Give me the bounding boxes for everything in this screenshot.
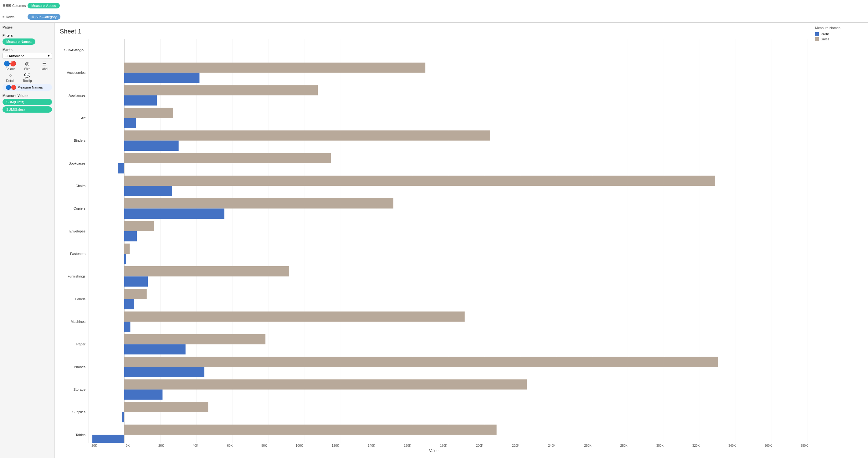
detail-icon: ⁘ — [8, 73, 12, 78]
x-tick: 60K — [227, 444, 232, 447]
sum-sales-pill[interactable]: SUM(Sales) — [2, 106, 52, 112]
x-tick: 100K — [296, 444, 303, 447]
filters-pill[interactable]: Measure Names — [2, 38, 35, 45]
x-tick: 340K — [728, 444, 736, 447]
y-axis-label: Paper — [60, 333, 86, 355]
chart-svg — [88, 39, 808, 443]
bar-profit — [124, 209, 224, 219]
y-axis-label: Storage — [60, 378, 86, 401]
bar-profit — [124, 276, 148, 287]
y-header: Sub-Catego.. — [60, 39, 86, 61]
y-axis-label: Fasteners — [60, 242, 86, 265]
marks-label[interactable]: ☰ Label — [37, 61, 52, 71]
bar-sales — [124, 153, 331, 163]
main-layout: Pages Filters Measure Names Marks ⊞ Auto… — [0, 23, 868, 458]
bar-sales — [124, 221, 154, 231]
filters-label: Filters — [2, 33, 52, 37]
marks-measure-names-pill[interactable]: 🔵🔴 Measure Names — [2, 84, 52, 91]
bar-profit — [124, 118, 136, 128]
bar-sales — [124, 63, 425, 73]
x-axis-row: -20K0K20K40K60K80K100K120K140K160K180K20… — [60, 444, 808, 447]
marks-size[interactable]: ◎ Size — [20, 61, 35, 71]
bar-profit — [124, 254, 126, 264]
legend-items: ProfitSales — [815, 32, 865, 41]
x-tick: 40K — [193, 444, 198, 447]
bar-sales — [124, 244, 130, 254]
legend-label: Sales — [821, 37, 830, 41]
bar-sales — [124, 312, 465, 322]
sheet-title: Sheet 1 — [60, 28, 808, 35]
label-icon: ☰ — [42, 61, 46, 67]
bar-profit — [124, 95, 157, 106]
y-axis-label: Labels — [60, 288, 86, 310]
y-axis-label: Appliances — [60, 84, 86, 107]
y-axis-labels: Sub-Catego.. AccessoriesAppliancesArtBin… — [60, 39, 88, 443]
measure-values-section: Measure Values SUM(Profit) SUM(Sales) — [2, 94, 52, 114]
x-axis-label: Value — [60, 449, 808, 453]
right-panel: Measure Names ProfitSales — [812, 23, 868, 458]
x-tick: 180K — [440, 444, 447, 447]
chart-container: Sub-Catego.. AccessoriesAppliancesArtBin… — [60, 39, 808, 453]
x-tick: 200K — [476, 444, 483, 447]
legend-label: Profit — [821, 32, 829, 36]
bars-area — [88, 39, 808, 443]
chart-area: Sheet 1 Sub-Catego.. AccessoriesApplianc… — [55, 23, 812, 458]
x-axis: -20K0K20K40K60K80K100K120K140K160K180K20… — [90, 444, 808, 447]
x-tick: 120K — [332, 444, 339, 447]
rows-pill[interactable]: ⊞ Sub-Category — [28, 14, 60, 20]
pages-label: Pages — [2, 25, 52, 29]
bar-profit — [118, 163, 124, 174]
bar-sales — [124, 85, 318, 95]
rows-shelf: ≡ Rows ⊞ Sub-Category — [0, 11, 868, 23]
marks-type-dropdown[interactable]: ⊞ Automatic ▾ — [2, 53, 52, 59]
x-tick: 20K — [158, 444, 164, 447]
y-axis-label: Tables — [60, 424, 86, 443]
x-tick: 260K — [584, 444, 591, 447]
colour-icon: 🔵🔴 — [4, 61, 16, 67]
columns-icon: ⊞⊞⊞ — [2, 3, 11, 7]
bar-sales — [124, 176, 715, 186]
bar-sales — [124, 266, 289, 276]
x-tick: 380K — [800, 444, 808, 447]
marks-section: Marks ⊞ Automatic ▾ 🔵🔴 Colour ◎ Size ☰ L… — [2, 48, 52, 91]
measure-values-label: Measure Values — [2, 94, 52, 98]
bar-profit — [92, 435, 124, 443]
y-axis-label: Art — [60, 107, 86, 129]
bar-sales — [124, 130, 490, 141]
rows-label: ≡ Rows — [2, 15, 28, 19]
y-axis-label: Binders — [60, 129, 86, 152]
legend-title: Measure Names — [815, 26, 865, 30]
sum-profit-pill[interactable]: SUM(Profit) — [2, 99, 52, 105]
rows-pill-icon: ⊞ — [31, 15, 34, 19]
legend-swatch — [815, 37, 819, 41]
legend-swatch — [815, 32, 819, 36]
bar-profit — [124, 186, 172, 196]
x-tick: 80K — [261, 444, 267, 447]
x-tick: -20K — [90, 444, 97, 447]
bar-sales — [124, 380, 527, 390]
marks-tooltip[interactable]: 💬 Tooltip — [20, 73, 35, 83]
x-tick: 280K — [620, 444, 627, 447]
y-axis-label: Furnishings — [60, 265, 86, 288]
bar-sales — [124, 402, 208, 412]
tooltip-icon: 💬 — [24, 73, 30, 78]
x-tick: 140K — [368, 444, 375, 447]
legend-item: Profit — [815, 32, 865, 36]
columns-pill[interactable]: Measure Values — [28, 3, 60, 8]
y-axis-label: Supplies — [60, 401, 86, 423]
bar-sales — [124, 289, 147, 299]
x-tick: 320K — [692, 444, 700, 447]
x-tick: 220K — [512, 444, 519, 447]
marks-detail[interactable]: ⁘ Detail — [2, 73, 18, 83]
bar-sales — [124, 425, 497, 435]
size-icon: ◎ — [25, 61, 29, 67]
bar-profit — [124, 390, 162, 400]
y-axis-label: Bookcases — [60, 152, 86, 174]
y-axis-label: Copiers — [60, 197, 86, 220]
bar-profit — [124, 141, 179, 151]
bar-sales — [124, 198, 393, 209]
columns-label: ⊞⊞⊞ Columns — [2, 3, 28, 7]
marks-colour[interactable]: 🔵🔴 Colour — [2, 61, 18, 71]
bar-profit — [124, 322, 130, 332]
marks-type-icon: ⊞ — [5, 54, 7, 58]
